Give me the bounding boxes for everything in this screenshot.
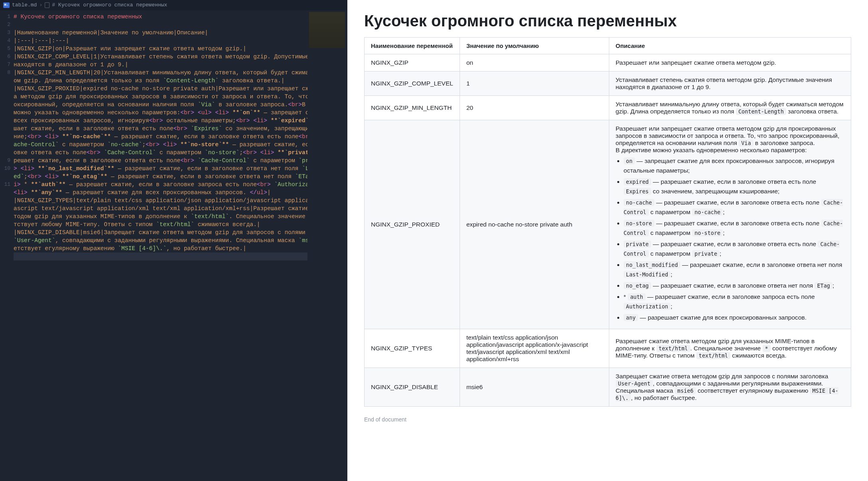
variables-table: Наименование переменнойЗначение по умолч… [364,37,851,407]
cell-description: Разрешает или запрещает сжатие ответа ме… [609,54,851,72]
cell-description: Устанавливает минимальную длину ответа, … [609,96,851,120]
minimap[interactable] [307,10,347,481]
table-column-header: Наименование переменной [365,38,460,54]
table-row: NGINX_GZIP_MIN_LENGTH20Устанавливает мин… [365,96,851,120]
editor-pane: M↓ table.md › # Кусочек огромного списка… [0,0,347,481]
table-column-header: Описание [609,38,851,54]
cell-var-name: NGINX_GZIP_TYPES [365,329,460,368]
code-editor-content[interactable]: # Кусочек огромного списка переменных|На… [14,10,347,481]
cell-description: Разрешает или запрещает сжатие ответа ме… [609,120,851,329]
table-column-header: Значение по умолчанию [460,38,609,54]
table-row: NGINX_GZIPonРазрешает или запрещает сжат… [365,54,851,72]
markdown-file-icon: M↓ [3,2,10,8]
breadcrumb[interactable]: M↓ table.md › # Кусочек огромного списка… [0,0,347,10]
markdown-preview-pane[interactable]: Кусочек огромного списка переменных Наим… [347,0,868,481]
cell-var-name: NGINX_GZIP_PROXIED [365,120,460,329]
table-row: NGINX_GZIP_COMP_LEVEL1Устанавливает степ… [365,72,851,96]
outline-file-icon [45,2,50,8]
breadcrumb-heading[interactable]: # Кусочек огромного списка переменных [52,1,167,9]
table-row: NGINX_GZIP_PROXIEDexpired no-cache no-st… [365,120,851,329]
cell-default: expired no-cache no-store private auth [460,120,609,329]
table-row: NGINX_GZIP_DISABLEmsie6Запрещает сжатие … [365,368,851,407]
breadcrumb-file[interactable]: table.md [12,1,37,9]
cell-var-name: NGINX_GZIP_DISABLE [365,368,460,407]
cell-default: 1 [460,72,609,96]
cell-description: Устанавливает степень сжатия ответа мето… [609,72,851,96]
cell-default: 20 [460,96,609,120]
chevron-right-icon: › [39,1,42,9]
cell-default: msie6 [460,368,609,407]
cell-default: on [460,54,609,72]
cell-description: Разрешает сжатие ответа методом gzip для… [609,329,851,368]
preview-heading: Кусочек огромного списка переменных [364,12,851,30]
table-header-row: Наименование переменнойЗначение по умолч… [365,38,851,54]
table-row: NGINX_GZIP_TYPEStext/plain text/css appl… [365,329,851,368]
cell-description: Запрещает сжатие ответа методом gzip для… [609,368,851,407]
cell-var-name: NGINX_GZIP [365,54,460,72]
table-body: NGINX_GZIPonРазрешает или запрещает сжат… [365,54,851,407]
cell-var-name: NGINX_GZIP_COMP_LEVEL [365,72,460,96]
line-number-gutter[interactable]: 1234567891011 [0,10,14,481]
editor-body[interactable]: 1234567891011 # Кусочек огромного списка… [0,10,347,481]
cell-default: text/plain text/css application/json app… [460,329,609,368]
end-of-document-marker: End of document [364,416,851,423]
cell-var-name: NGINX_GZIP_MIN_LENGTH [365,96,460,120]
